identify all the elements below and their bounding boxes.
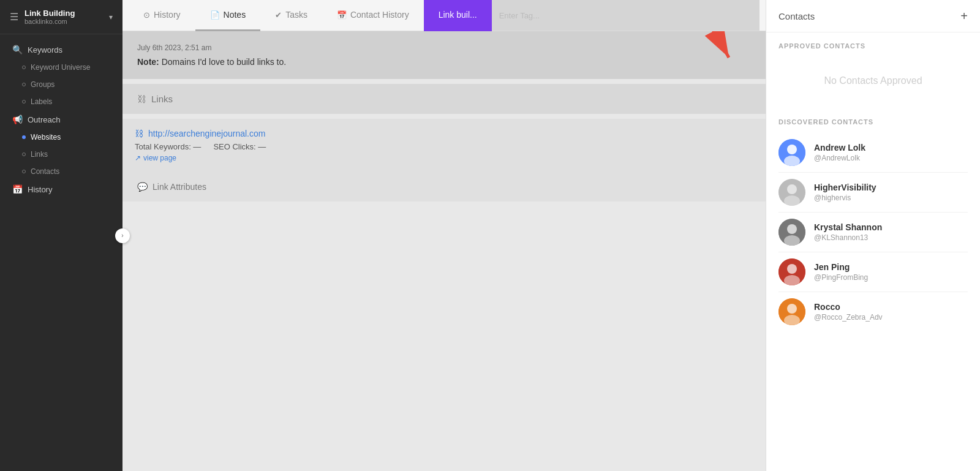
collapse-sidebar-button[interactable]: › — [115, 228, 130, 243]
sidebar-item-links[interactable]: Links — [0, 146, 123, 163]
tab-tasks[interactable]: ✔ Tasks — [260, 0, 322, 31]
dot-icon — [22, 66, 26, 69]
link-attributes-icon: 💬 — [137, 182, 148, 192]
tab-link-building[interactable]: Link buil... — [424, 0, 492, 31]
discovered-contacts-section: DISCOVERED CONTACTS Andrew Lolk @AndrewL… — [766, 108, 980, 341]
right-panel: Contacts + APPROVED CONTACTS No Contacts… — [766, 0, 980, 471]
sidebar-item-groups-label: Groups — [31, 80, 55, 89]
avatar-higher — [778, 179, 805, 206]
tab-notes[interactable]: 📄 Notes — [195, 0, 261, 31]
contact-item-jen[interactable]: Jen Ping @PingFromBing — [778, 252, 968, 292]
contact-history-tab-icon: 📅 — [337, 10, 347, 20]
contact-item-rocco[interactable]: Rocco @Rocco_Zebra_Adv — [778, 292, 968, 331]
chain-icon: ⛓ — [135, 129, 143, 138]
note-content: Domains I'd love to build links to. — [162, 57, 286, 67]
contact-item-higher[interactable]: HigherVisibility @highervis — [778, 173, 968, 213]
external-link-icon: ↗ — [135, 154, 141, 162]
contact-name-rocco: Rocco — [814, 302, 968, 312]
contact-item-krystal[interactable]: Krystal Shannon @KLShannon13 — [778, 213, 968, 252]
no-contacts-label: No Contacts Approved — [778, 57, 968, 99]
avatar-krystal-image — [778, 219, 805, 246]
history-icon: 📅 — [12, 184, 23, 194]
avatar-jen-image — [778, 258, 805, 285]
sidebar-item-links-label: Links — [31, 150, 48, 159]
sidebar-item-websites[interactable]: Websites — [0, 129, 123, 146]
tag-input-area[interactable]: Enter Tag... — [492, 0, 760, 31]
tab-history-label: History — [154, 10, 181, 20]
tab-tasks-label: Tasks — [285, 10, 307, 20]
link-url[interactable]: ⛓ http://searchenginejournal.com — [135, 129, 753, 138]
right-panel-title: Contacts — [778, 11, 815, 21]
avatar-rocco-image — [778, 298, 805, 325]
sidebar-item-keyword-universe-label: Keyword Universe — [31, 63, 90, 72]
view-page-label: view page — [143, 154, 176, 162]
tag-placeholder: Enter Tag... — [499, 11, 540, 20]
total-keywords: Total Keywords: — — [135, 142, 201, 151]
sidebar-item-keywords-label: Keywords — [28, 45, 62, 55]
tab-link-building-label: Link buil... — [439, 10, 477, 20]
tab-history[interactable]: ⊙ History — [129, 0, 195, 31]
sidebar-item-history[interactable]: 📅 History — [0, 180, 123, 198]
avatar-andrew — [778, 139, 805, 166]
contact-handle-jen: @PingFromBing — [814, 273, 968, 282]
links-icon: ⛓ — [137, 94, 146, 104]
sidebar-item-history-label: History — [28, 185, 52, 194]
chevron-down-icon[interactable]: ▾ — [109, 13, 113, 21]
link-attributes-section: 💬 Link Attributes — [123, 172, 766, 202]
contact-handle-rocco: @Rocco_Zebra_Adv — [814, 313, 968, 322]
avatar-krystal — [778, 219, 805, 246]
avatar-jen — [778, 258, 805, 285]
sidebar-item-outreach[interactable]: 📢 Outreach — [0, 110, 123, 129]
sidebar-header: ☰ Link Building backlinko.com ▾ — [0, 0, 123, 34]
tabs-bar: ⊙ History 📄 Notes ✔ Tasks 📅 Contact Hist… — [123, 0, 766, 31]
add-contact-button[interactable]: + — [960, 10, 968, 22]
sidebar-item-labels-label: Labels — [31, 97, 52, 106]
tab-contact-history-label: Contact History — [350, 10, 409, 20]
notes-tab-icon: 📄 — [210, 10, 220, 20]
link-item: ⛓ http://searchenginejournal.com Total K… — [123, 119, 766, 172]
contact-name-andrew: Andrew Lolk — [814, 143, 968, 153]
svg-point-2 — [787, 145, 797, 154]
sidebar-item-labels[interactable]: Labels — [0, 93, 123, 110]
note-prefix: Note: — [137, 57, 159, 67]
link-meta: Total Keywords: — SEO Clicks: — — [135, 142, 753, 151]
contact-handle-krystal: @KLShannon13 — [814, 233, 968, 242]
contact-info-jen: Jen Ping @PingFromBing — [814, 262, 968, 282]
outreach-icon: 📢 — [12, 115, 23, 124]
contact-handle-higher: @highervis — [814, 194, 968, 202]
contact-item-andrew[interactable]: Andrew Lolk @AndrewLolk — [778, 133, 968, 173]
tab-notes-label: Notes — [224, 10, 246, 20]
approved-contacts-title: APPROVED CONTACTS — [778, 42, 968, 50]
approved-contacts-section: APPROVED CONTACTS No Contacts Approved — [766, 32, 980, 108]
contact-info-rocco: Rocco @Rocco_Zebra_Adv — [814, 302, 968, 322]
sidebar-item-websites-label: Websites — [31, 133, 61, 141]
contact-info-higher: HigherVisibility @highervis — [814, 183, 968, 202]
main-content: ⊙ History 📄 Notes ✔ Tasks 📅 Contact Hist… — [123, 0, 766, 471]
search-icon: 🔍 — [12, 45, 23, 55]
discovered-contacts-title: DISCOVERED CONTACTS — [778, 118, 968, 126]
view-page-link[interactable]: ↗ view page — [135, 154, 753, 162]
avatar-andrew-image — [778, 139, 805, 166]
link-attributes-label: Link Attributes — [153, 182, 206, 192]
contact-name-jen: Jen Ping — [814, 262, 968, 272]
tab-contact-history[interactable]: 📅 Contact History — [322, 0, 424, 31]
active-dot-icon — [22, 135, 26, 139]
right-panel-header: Contacts + — [766, 0, 980, 32]
contact-name-higher: HigherVisibility — [814, 183, 968, 192]
note-card: July 6th 2023, 2:51 am Note: Domains I'd… — [123, 31, 766, 79]
sidebar-item-groups[interactable]: Groups — [0, 76, 123, 93]
sidebar-item-keyword-universe[interactable]: Keyword Universe — [0, 59, 123, 76]
avatar-higher-image — [778, 179, 805, 206]
hamburger-icon[interactable]: ☰ — [10, 11, 18, 23]
svg-point-14 — [787, 304, 797, 314]
note-text: Note: Domains I'd love to build links to… — [137, 57, 751, 67]
sidebar-item-keywords[interactable]: 🔍 Keywords — [0, 40, 123, 59]
svg-point-11 — [787, 264, 797, 274]
sidebar-item-outreach-label: Outreach — [28, 115, 60, 124]
avatar-rocco — [778, 298, 805, 325]
links-section-label: Links — [151, 94, 173, 104]
history-tab-icon: ⊙ — [143, 10, 150, 20]
sidebar-item-contacts[interactable]: Contacts — [0, 163, 123, 180]
note-section: July 6th 2023, 2:51 am Note: Domains I'd… — [123, 31, 766, 79]
sidebar-item-contacts-label: Contacts — [31, 167, 59, 176]
